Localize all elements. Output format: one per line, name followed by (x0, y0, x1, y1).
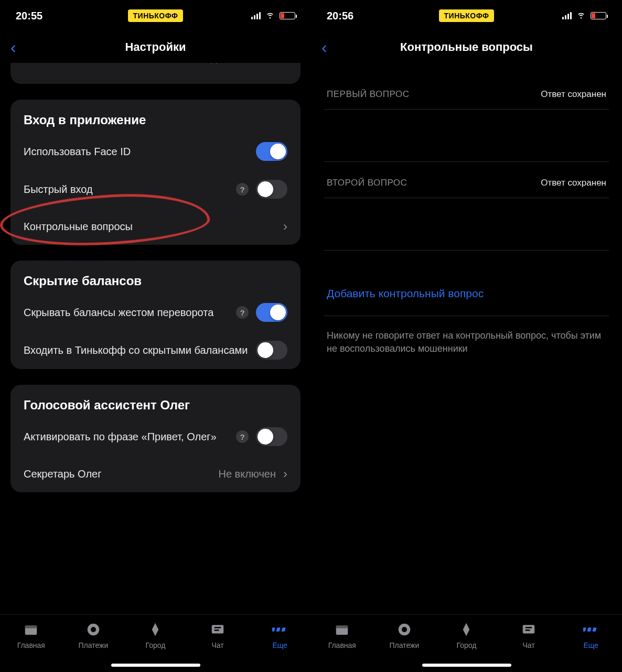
question-1-body[interactable] (324, 110, 609, 162)
wifi-icon (265, 9, 275, 23)
navbar: ‹ Настройки (0, 31, 311, 63)
payments-icon (396, 621, 413, 638)
status-time: 20:56 (327, 10, 390, 22)
svg-rect-14 (587, 627, 591, 632)
card-appearance-truncated: Тема Всегда тёмная тема (10, 63, 301, 84)
svg-rect-9 (336, 626, 348, 628)
row-security-questions[interactable]: Контрольные вопросы › (10, 208, 301, 245)
tab-more-label: Еще (583, 641, 598, 649)
svg-rect-13 (583, 627, 586, 632)
row-activate-phrase[interactable]: Активировать по фразе «Привет, Олег» ? (10, 418, 301, 456)
hide-gesture-toggle[interactable] (256, 303, 287, 322)
tab-more[interactable]: Еще (256, 621, 304, 649)
back-button[interactable]: ‹ (321, 38, 327, 57)
svg-rect-5 (272, 627, 275, 632)
tab-city-label: Город (146, 641, 166, 649)
face-id-toggle[interactable] (256, 142, 287, 161)
tab-home[interactable]: Главная (318, 621, 366, 649)
tab-home[interactable]: Главная (7, 621, 55, 649)
navbar: ‹ Контрольные вопросы (311, 31, 622, 63)
status-indicators (232, 9, 295, 23)
question-2-body[interactable] (324, 198, 609, 251)
tab-chat[interactable]: Чат (194, 621, 241, 649)
secretary-label: Секретарь Олег (24, 468, 218, 481)
hidden-login-label: Входить в Тинькофф со скрытыми балансами (24, 344, 256, 357)
help-icon[interactable]: ? (236, 306, 249, 319)
svg-rect-6 (276, 627, 280, 632)
battery-icon (591, 12, 606, 19)
statusbar: 20:55 ТИНЬКОФФ (0, 0, 311, 31)
add-question-link[interactable]: Добавить контрольный вопрос (324, 272, 609, 316)
tab-city-label: Город (457, 641, 477, 649)
quick-login-toggle[interactable] (256, 180, 287, 199)
tab-chat-label: Чат (211, 641, 223, 649)
question-2-section[interactable]: ВТОРОЙ ВОПРОС Ответ сохранен (324, 167, 609, 251)
city-icon (458, 621, 475, 638)
chevron-right-icon: › (283, 467, 287, 481)
questions-content[interactable]: ПЕРВЫЙ ВОПРОС Ответ сохранен ВТОРОЙ ВОПР… (311, 63, 622, 614)
tab-home-label: Главная (17, 641, 45, 649)
phone-questions-screen: 20:56 ТИНЬКОФФ ‹ Контрольные вопросы ПЕР… (311, 0, 622, 672)
row-quick-login[interactable]: Быстрый вход ? (10, 170, 301, 208)
tab-chat[interactable]: Чат (505, 621, 552, 649)
back-button[interactable]: ‹ (10, 38, 16, 57)
status-indicators (543, 9, 606, 23)
wifi-icon (576, 9, 586, 23)
payments-icon (85, 621, 102, 638)
chat-icon (209, 621, 226, 638)
tab-home-label: Главная (328, 641, 356, 649)
tab-more[interactable]: Еще (567, 621, 615, 649)
row-secretary[interactable]: Секретарь Олег Не включен › (10, 456, 301, 492)
hidden-login-toggle[interactable] (256, 341, 287, 360)
brand-badge: ТИНЬКОФФ (128, 9, 184, 22)
cellular-icon (562, 12, 572, 19)
tab-more-label: Еще (272, 641, 287, 649)
phone-settings-screen: 20:55 ТИНЬКОФФ ‹ Настройки Тема Всегда т… (0, 0, 311, 672)
question-1-label: ПЕРВЫЙ ВОПРОС (327, 89, 409, 100)
card-app-login: Вход в приложение Использовать Face ID Б… (10, 100, 301, 245)
tab-city[interactable]: Город (443, 621, 490, 649)
security-hint: Никому не говорите ответ на контрольный … (324, 316, 609, 368)
tab-payments[interactable]: Платежи (70, 621, 117, 649)
status-time: 20:55 (16, 10, 79, 22)
quick-login-label: Быстрый вход (24, 183, 236, 196)
home-icon (23, 621, 39, 638)
statusbar: 20:56 ТИНЬКОФФ (311, 0, 622, 31)
question-1-section[interactable]: ПЕРВЫЙ ВОПРОС Ответ сохранен (324, 79, 609, 162)
tab-payments-label: Платежи (390, 641, 420, 649)
secretary-value: Не включен (218, 468, 276, 480)
row-hidden-login[interactable]: Входить в Тинькофф со скрытыми балансами (10, 331, 301, 369)
svg-point-11 (402, 627, 407, 632)
help-icon[interactable]: ? (236, 183, 249, 196)
card-voice-assistant: Голосовой ассистент Олег Активировать по… (10, 385, 301, 492)
home-indicator[interactable] (111, 664, 200, 667)
tab-payments-label: Платежи (79, 641, 109, 649)
tab-payments[interactable]: Платежи (381, 621, 428, 649)
city-icon (147, 621, 164, 638)
row-hide-gesture[interactable]: Скрывать балансы жестом переворота ? (10, 294, 301, 331)
card-title-balances: Скрытие балансов (10, 261, 301, 294)
activate-phrase-toggle[interactable] (256, 427, 287, 446)
chevron-right-icon: › (283, 219, 287, 234)
tab-chat-label: Чат (522, 641, 534, 649)
home-indicator[interactable] (422, 664, 511, 667)
svg-rect-12 (523, 625, 535, 633)
svg-rect-7 (281, 627, 285, 632)
battery-icon (280, 12, 295, 19)
page-title: Настройки (0, 40, 311, 54)
question-2-label: ВТОРОЙ ВОПРОС (327, 178, 407, 188)
activate-phrase-label: Активировать по фразе «Привет, Олег» (24, 430, 236, 443)
chat-icon (520, 621, 537, 638)
svg-rect-1 (25, 626, 37, 628)
svg-rect-15 (592, 627, 596, 632)
svg-point-3 (91, 627, 96, 632)
card-title-login: Вход в приложение (10, 100, 301, 133)
settings-content[interactable]: Тема Всегда тёмная тема Вход в приложени… (0, 63, 311, 614)
card-title-assistant: Голосовой ассистент Олег (10, 385, 301, 418)
row-face-id[interactable]: Использовать Face ID (10, 133, 301, 170)
cellular-icon (251, 12, 261, 19)
help-icon[interactable]: ? (236, 430, 249, 443)
tab-city[interactable]: Город (132, 621, 179, 649)
face-id-label: Использовать Face ID (24, 145, 256, 158)
security-questions-label: Контрольные вопросы (24, 220, 283, 233)
